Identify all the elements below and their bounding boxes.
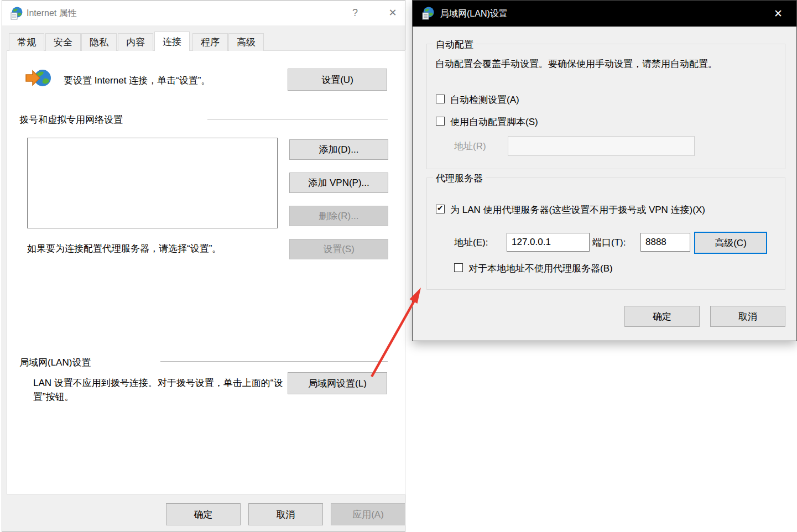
lan-settings-icon bbox=[421, 6, 435, 20]
script-address-label: 地址(R) bbox=[454, 140, 486, 153]
dialog-title: Internet 属性 bbox=[27, 1, 77, 25]
auto-detect-label[interactable]: 自动检测设置(A) bbox=[450, 93, 519, 106]
add-vpn-button[interactable]: 添加 VPN(P)... bbox=[289, 173, 388, 193]
use-script-label[interactable]: 使用自动配置脚本(S) bbox=[450, 116, 538, 128]
tab-programs[interactable]: 程序 bbox=[192, 33, 228, 51]
cancel-button[interactable]: 取消 bbox=[248, 503, 323, 525]
setup-settings-button[interactable]: 设置(U) bbox=[288, 69, 387, 91]
auto-config-group-title: 自动配置 bbox=[433, 38, 476, 51]
proxy-group-title: 代理服务器 bbox=[433, 172, 486, 185]
lan-settings-titlebar[interactable]: 局域网(LAN)设置 ✕ bbox=[413, 1, 796, 27]
auto-detect-checkbox[interactable] bbox=[436, 95, 445, 103]
dialup-section-divider bbox=[207, 119, 388, 119]
proxy-port-label: 端口(T): bbox=[592, 236, 626, 249]
tab-security[interactable]: 安全 bbox=[45, 33, 81, 51]
proxy-address-input[interactable] bbox=[507, 233, 590, 252]
remove-button: 删除(R)... bbox=[289, 206, 388, 226]
connections-tab-page: 要设置 Internet 连接，单击“设置”。 设置(U) 拨号和虚拟专用网络设… bbox=[7, 50, 405, 494]
lan-description: LAN 设置不应用到拨号连接。对于拨号设置，单击上面的“设置”按钮。 bbox=[33, 376, 289, 404]
lan-section-divider bbox=[160, 361, 388, 362]
dialup-connections-listbox[interactable] bbox=[27, 138, 278, 228]
internet-options-icon bbox=[9, 6, 24, 20]
tab-content[interactable]: 内容 bbox=[118, 33, 153, 51]
bypass-local-checkbox[interactable] bbox=[454, 263, 463, 272]
screen: Internet 属性 ? ✕ 常规 安全 隐私 内容 连接 程序 高级 要设置… bbox=[0, 0, 797, 532]
setup-text: 要设置 Internet 连接，单击“设置”。 bbox=[64, 74, 210, 87]
auto-config-description: 自动配置会覆盖手动设置。要确保使用手动设置，请禁用自动配置。 bbox=[435, 58, 717, 70]
internet-setup-icon bbox=[25, 66, 53, 92]
dialup-section-title: 拨号和虚拟专用网络设置 bbox=[19, 113, 123, 126]
close-icon[interactable]: ✕ bbox=[765, 1, 791, 27]
lan-section-title: 局域网(LAN)设置 bbox=[19, 356, 91, 369]
apply-button: 应用(A) bbox=[331, 503, 405, 525]
tab-connections[interactable]: 连接 bbox=[154, 32, 190, 51]
ok-button[interactable]: 确定 bbox=[166, 503, 241, 525]
dialup-settings-button: 设置(S) bbox=[289, 239, 388, 259]
dialup-hint: 如果要为连接配置代理服务器，请选择“设置”。 bbox=[27, 242, 221, 255]
internet-properties-titlebar[interactable]: Internet 属性 ? ✕ bbox=[2, 1, 405, 25]
lan-settings-button[interactable]: 局域网设置(L) bbox=[288, 372, 387, 394]
tab-general[interactable]: 常规 bbox=[9, 33, 44, 51]
add-button[interactable]: 添加(D)... bbox=[289, 139, 388, 160]
script-address-input bbox=[508, 136, 695, 156]
cancel-button[interactable]: 取消 bbox=[710, 306, 785, 327]
use-proxy-label[interactable]: 为 LAN 使用代理服务器(这些设置不用于拨号或 VPN 连接)(X) bbox=[450, 204, 705, 216]
ok-button[interactable]: 确定 bbox=[624, 306, 700, 327]
bypass-local-label[interactable]: 对于本地地址不使用代理服务器(B) bbox=[468, 262, 613, 275]
internet-properties-dialog: Internet 属性 ? ✕ 常规 安全 隐私 内容 连接 程序 高级 要设置… bbox=[2, 0, 405, 532]
close-icon[interactable]: ✕ bbox=[381, 1, 405, 25]
lan-settings-dialog: 局域网(LAN)设置 ✕ 自动配置 自动配置会覆盖手动设置。要确保使用手动设置，… bbox=[412, 0, 797, 341]
tab-privacy[interactable]: 隐私 bbox=[81, 33, 117, 51]
tab-advanced[interactable]: 高级 bbox=[228, 33, 264, 51]
advanced-button[interactable]: 高级(C) bbox=[694, 232, 767, 254]
dialog-title: 局域网(LAN)设置 bbox=[440, 1, 508, 27]
proxy-address-label: 地址(E): bbox=[454, 236, 488, 249]
use-script-checkbox[interactable] bbox=[436, 117, 445, 126]
use-proxy-checkbox[interactable] bbox=[436, 205, 445, 213]
help-button[interactable]: ? bbox=[343, 1, 367, 25]
proxy-port-input[interactable] bbox=[640, 233, 690, 252]
